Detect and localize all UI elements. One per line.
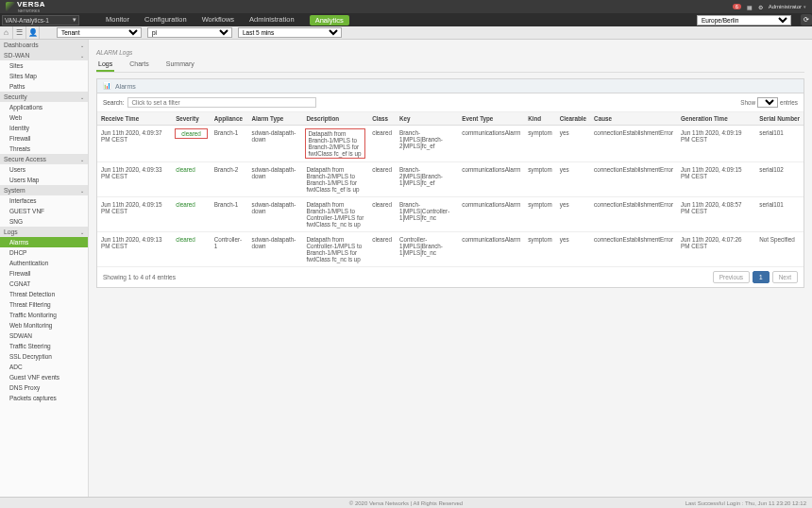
pager-next[interactable]: Next bbox=[772, 271, 798, 283]
main-tab-analytics[interactable]: Analytics bbox=[310, 15, 349, 25]
sidebar-item-web[interactable]: Web bbox=[0, 112, 88, 123]
main-tab-workflows[interactable]: Workflows bbox=[202, 15, 234, 25]
search-row: Search: Show entries bbox=[97, 93, 804, 112]
notification-badge[interactable]: 6 bbox=[733, 4, 741, 9]
sidebar-item-dns-proxy[interactable]: DNS Proxy bbox=[0, 382, 88, 393]
settings-icon[interactable]: ⚙ bbox=[758, 4, 763, 10]
content-tabs: LogsChartsSummary bbox=[96, 58, 804, 73]
main-tab-monitor[interactable]: Monitor bbox=[106, 15, 129, 25]
sidebar-item-threat-detection[interactable]: Threat Detection bbox=[0, 289, 88, 299]
user-menu[interactable]: Administrator bbox=[769, 4, 806, 9]
user-label: Administrator bbox=[769, 4, 802, 9]
sidebar-item-paths[interactable]: Paths bbox=[0, 81, 88, 92]
col-severity[interactable]: Severity bbox=[172, 112, 211, 126]
col-class[interactable]: Class bbox=[368, 112, 396, 126]
show-prefix: Show bbox=[740, 99, 755, 106]
topbar: VERSA NETWORKS 6 ▦ ⚙ Administrator bbox=[0, 0, 812, 13]
side-group-secure-access[interactable]: Secure Access⌄ bbox=[0, 154, 88, 164]
col-generation-time[interactable]: Generation Time bbox=[677, 112, 755, 126]
content: ALARM Logs LogsChartsSummary 📊 Alarms Se… bbox=[89, 40, 812, 497]
main-tab-configuration[interactable]: Configuration bbox=[144, 15, 187, 25]
content-tab-logs[interactable]: Logs bbox=[96, 58, 114, 72]
sidebar-item-firewall[interactable]: Firewall bbox=[0, 268, 88, 279]
side-group-sd-wan[interactable]: SD-WAN⌄ bbox=[0, 50, 88, 60]
table-row[interactable]: Jun 11th 2020, 4:09:37 PM CESTclearedBra… bbox=[97, 126, 804, 162]
sidebar-item-applications[interactable]: Applications bbox=[0, 102, 88, 112]
pager: Showing 1 to 4 of 4 entries Previous 1 N… bbox=[97, 267, 804, 287]
refresh-button[interactable]: ⟳ bbox=[801, 14, 812, 25]
sidebar-item-authentication[interactable]: Authentication bbox=[0, 258, 88, 268]
sidebar-item-sites-map[interactable]: Sites Map bbox=[0, 71, 88, 81]
col-alarm-type[interactable]: Alarm Type bbox=[248, 112, 303, 126]
sidebar-item-threat-filtering[interactable]: Threat Filtering bbox=[0, 299, 88, 310]
table-body: Jun 11th 2020, 4:09:37 PM CESTclearedBra… bbox=[97, 126, 804, 267]
footer: © 2020 Versa Networks | All Rights Reser… bbox=[0, 497, 812, 508]
side-group-logs[interactable]: Logs⌄ bbox=[0, 227, 88, 237]
col-description[interactable]: Description bbox=[302, 112, 368, 126]
filter-range[interactable]: Last 5 mins bbox=[238, 27, 342, 38]
search-label: Search: bbox=[103, 99, 124, 106]
sidebar-item-sites[interactable]: Sites bbox=[0, 60, 88, 71]
main-tabs: MonitorConfigurationWorkflowsAdministrat… bbox=[106, 15, 349, 25]
main-tab-administration[interactable]: Administration bbox=[249, 15, 295, 25]
tenant-selector[interactable]: VAN-Analytics-1▾ bbox=[2, 15, 79, 25]
sidebar-item-firewall[interactable]: Firewall bbox=[0, 133, 88, 144]
home-icon[interactable]: ⌂ bbox=[0, 26, 13, 39]
grid-icon[interactable]: ▦ bbox=[747, 4, 753, 10]
sidebar-item-traffic-steering[interactable]: Traffic Steering bbox=[0, 341, 88, 351]
col-kind[interactable]: Kind bbox=[524, 112, 556, 126]
col-serial-number[interactable]: Serial Number bbox=[755, 112, 804, 126]
pager-current[interactable]: 1 bbox=[753, 271, 770, 283]
content-tab-summary[interactable]: Summary bbox=[164, 58, 196, 72]
list-icon[interactable]: ☰ bbox=[13, 26, 26, 39]
col-key[interactable]: Key bbox=[396, 112, 458, 126]
alarms-table: Receive TimeSeverityApplianceAlarm TypeD… bbox=[97, 112, 804, 267]
sidebar-item-sdwan[interactable]: SDWAN bbox=[0, 330, 88, 341]
sidebar-item-traffic-monitoring[interactable]: Traffic Monitoring bbox=[0, 310, 88, 320]
side-group-security[interactable]: Security⌄ bbox=[0, 92, 88, 102]
sidebar-item-users[interactable]: Users bbox=[0, 164, 88, 175]
timezone-area: Europe/Berlin bbox=[697, 15, 791, 25]
sidebar-item-sng[interactable]: SNG bbox=[0, 216, 88, 227]
side-group-dashboards[interactable]: Dashboards⌄ bbox=[0, 40, 88, 50]
sidebar-item-guest-vnf-events[interactable]: Guest VNF events bbox=[0, 372, 88, 382]
pager-info: Showing 1 to 4 of 4 entries bbox=[103, 274, 176, 280]
col-cause[interactable]: Cause bbox=[590, 112, 677, 126]
col-receive-time[interactable]: Receive Time bbox=[97, 112, 172, 126]
sidebar: Dashboards⌄SD-WAN⌄SitesSites MapPathsSec… bbox=[0, 40, 89, 497]
sidebar-item-packets-captures[interactable]: Packets captures bbox=[0, 393, 88, 403]
search-input[interactable] bbox=[127, 97, 316, 108]
sidebar-item-interfaces[interactable]: Interfaces bbox=[0, 195, 88, 206]
sidebar-item-cgnat[interactable]: CGNAT bbox=[0, 279, 88, 289]
brand-logo-icon bbox=[6, 2, 15, 11]
entries-select[interactable] bbox=[757, 97, 778, 108]
user-icon[interactable]: 👤 bbox=[26, 26, 40, 39]
sidebar-item-identity[interactable]: Identity bbox=[0, 123, 88, 133]
brand-sub: NETWORKS bbox=[18, 8, 45, 13]
sidebar-item-web-monitoring[interactable]: Web Monitoring bbox=[0, 320, 88, 330]
col-event-type[interactable]: Event Type bbox=[458, 112, 524, 126]
sidebar-item-adc[interactable]: ADC bbox=[0, 362, 88, 372]
sidebar-item-alarms[interactable]: Alarms bbox=[0, 237, 88, 247]
table-row[interactable]: Jun 11th 2020, 4:09:15 PM CESTclearedBra… bbox=[97, 197, 804, 232]
sidebar-item-dhcp[interactable]: DHCP bbox=[0, 247, 88, 258]
content-tab-charts[interactable]: Charts bbox=[127, 58, 151, 72]
table-row[interactable]: Jun 11th 2020, 4:09:33 PM CESTclearedBra… bbox=[97, 162, 804, 197]
brand-logo: VERSA NETWORKS bbox=[6, 0, 45, 13]
timezone-select[interactable]: Europe/Berlin bbox=[697, 15, 791, 25]
sidebar-item-ssl-decryption[interactable]: SSL Decryption bbox=[0, 351, 88, 362]
col-appliance[interactable]: Appliance bbox=[211, 112, 248, 126]
filter-tenant[interactable]: Tenant bbox=[57, 27, 142, 38]
sidebar-item-guest-vnf[interactable]: GUEST VNF bbox=[0, 206, 88, 216]
table-row[interactable]: Jun 11th 2020, 4:09:13 PM CESTclearedCon… bbox=[97, 232, 804, 267]
sidebar-item-threats[interactable]: Threats bbox=[0, 144, 88, 154]
col-clearable[interactable]: Clearable bbox=[556, 112, 590, 126]
filter-pi[interactable]: pi bbox=[147, 27, 232, 38]
entries-suffix: entries bbox=[780, 99, 798, 106]
brand-name: VERSA bbox=[17, 0, 45, 8]
sidebar-item-users-map[interactable]: Users Map bbox=[0, 175, 88, 185]
tenant-selector-value: VAN-Analytics-1 bbox=[5, 17, 49, 24]
pager-prev[interactable]: Previous bbox=[713, 271, 750, 283]
main-area: Dashboards⌄SD-WAN⌄SitesSites MapPathsSec… bbox=[0, 40, 812, 497]
side-group-system[interactable]: System⌄ bbox=[0, 185, 88, 195]
